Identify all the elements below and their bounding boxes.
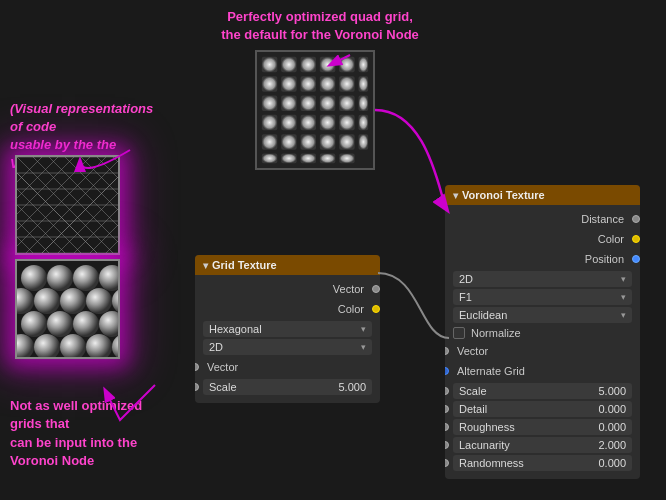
svg-point-86 bbox=[86, 334, 112, 359]
svg-rect-12 bbox=[359, 76, 369, 91]
dimension-label: 2D bbox=[209, 341, 223, 353]
svg-point-77 bbox=[86, 288, 112, 314]
roughness-field[interactable]: Roughness 0.000 bbox=[453, 419, 632, 435]
svg-point-85 bbox=[60, 334, 86, 359]
lacunarity-row: Lacunarity 2.000 bbox=[449, 437, 632, 453]
lacunarity-socket[interactable] bbox=[445, 441, 449, 449]
voronoi-collapse-arrow[interactable]: ▾ bbox=[453, 190, 458, 201]
svg-rect-22 bbox=[320, 115, 335, 130]
voronoi-dim-dropdown[interactable]: 2D ▾ bbox=[453, 271, 632, 287]
svg-rect-1 bbox=[262, 57, 277, 72]
svg-rect-10 bbox=[320, 76, 335, 91]
svg-point-84 bbox=[34, 334, 60, 359]
svg-point-81 bbox=[73, 311, 99, 337]
voronoi-dim-label: 2D bbox=[459, 273, 473, 285]
randomness-value: 0.000 bbox=[598, 457, 626, 469]
distance-output-socket[interactable] bbox=[632, 215, 640, 223]
voronoi-texture-body: Distance Color Position 2D ▾ F1 ▾ Euclid… bbox=[445, 205, 640, 479]
svg-rect-21 bbox=[301, 115, 316, 130]
lacunarity-value: 2.000 bbox=[598, 439, 626, 451]
distance-output-label: Distance bbox=[581, 213, 624, 225]
voronoi-vector-row: Vector bbox=[445, 341, 640, 361]
position-output-row: Position bbox=[445, 249, 640, 269]
svg-rect-5 bbox=[339, 57, 354, 72]
voronoi-scale-label: Scale bbox=[459, 385, 487, 397]
scale-field[interactable]: Scale 5.000 bbox=[203, 379, 372, 395]
scale-label: Scale bbox=[209, 381, 237, 393]
grid-texture-node: ▾ Grid Texture Vector Color Hexagonal ▾ … bbox=[195, 255, 380, 403]
svg-rect-33 bbox=[301, 154, 316, 164]
normalize-label: Normalize bbox=[471, 327, 521, 339]
svg-rect-14 bbox=[281, 96, 296, 111]
triangle-preview bbox=[15, 155, 120, 255]
detail-label: Detail bbox=[459, 403, 487, 415]
svg-rect-16 bbox=[320, 96, 335, 111]
detail-field[interactable]: Detail 0.000 bbox=[453, 401, 632, 417]
vector-output-row: Vector bbox=[195, 279, 380, 299]
dimension-dropdown[interactable]: 2D ▾ bbox=[203, 339, 372, 355]
voronoi-vector-socket[interactable] bbox=[445, 347, 449, 355]
voronoi-vector-label: Vector bbox=[457, 345, 488, 357]
left-panel bbox=[15, 155, 120, 363]
vector-output-socket[interactable] bbox=[372, 285, 380, 293]
quad-grid-preview bbox=[255, 50, 375, 170]
svg-rect-18 bbox=[359, 96, 369, 111]
feature-label: F1 bbox=[459, 291, 472, 303]
svg-point-75 bbox=[34, 288, 60, 314]
feature-arrow: ▾ bbox=[621, 292, 626, 302]
voronoi-dim-arrow: ▾ bbox=[621, 274, 626, 284]
scale-value: 5.000 bbox=[338, 381, 366, 393]
svg-rect-27 bbox=[301, 134, 316, 149]
normalize-checkbox[interactable] bbox=[453, 327, 465, 339]
feature-dropdown[interactable]: F1 ▾ bbox=[453, 289, 632, 305]
voronoi-scale-socket[interactable] bbox=[445, 387, 449, 395]
hex-preview bbox=[15, 259, 120, 359]
scale-socket[interactable] bbox=[195, 383, 199, 391]
voronoi-color-label: Color bbox=[598, 233, 624, 245]
voronoi-scale-value: 5.000 bbox=[598, 385, 626, 397]
position-socket[interactable] bbox=[632, 255, 640, 263]
distance-label: Euclidean bbox=[459, 309, 507, 321]
position-output-label: Position bbox=[585, 253, 624, 265]
roughness-socket[interactable] bbox=[445, 423, 449, 431]
lacunarity-field[interactable]: Lacunarity 2.000 bbox=[453, 437, 632, 453]
alternate-grid-socket[interactable] bbox=[445, 367, 449, 375]
randomness-label: Randomness bbox=[459, 457, 524, 469]
svg-rect-25 bbox=[262, 134, 277, 149]
svg-point-79 bbox=[21, 311, 47, 337]
randomness-socket[interactable] bbox=[445, 459, 449, 467]
scale-row: Scale 5.000 bbox=[199, 379, 372, 395]
detail-socket[interactable] bbox=[445, 405, 449, 413]
svg-rect-2 bbox=[281, 57, 296, 72]
svg-rect-3 bbox=[301, 57, 316, 72]
svg-rect-23 bbox=[339, 115, 354, 130]
svg-rect-28 bbox=[320, 134, 335, 149]
alternate-grid-label: Alternate Grid bbox=[457, 365, 525, 377]
pattern-dropdown[interactable]: Hexagonal ▾ bbox=[203, 321, 372, 337]
svg-point-72 bbox=[73, 265, 99, 291]
svg-rect-30 bbox=[359, 134, 369, 149]
randomness-field[interactable]: Randomness 0.000 bbox=[453, 455, 632, 471]
svg-rect-35 bbox=[339, 154, 354, 164]
svg-rect-24 bbox=[359, 115, 369, 130]
svg-rect-32 bbox=[281, 154, 296, 164]
top-annotation: Perfectly optimized quad grid,the defaul… bbox=[220, 8, 420, 44]
svg-rect-20 bbox=[281, 115, 296, 130]
svg-rect-11 bbox=[339, 76, 354, 91]
color-output-socket[interactable] bbox=[372, 305, 380, 313]
voronoi-color-socket[interactable] bbox=[632, 235, 640, 243]
distance-output-row: Distance bbox=[445, 209, 640, 229]
dimension-arrow: ▾ bbox=[361, 342, 366, 352]
color-output-label: Color bbox=[338, 303, 364, 315]
svg-rect-34 bbox=[320, 154, 335, 164]
collapse-arrow[interactable]: ▾ bbox=[203, 260, 208, 271]
svg-rect-6 bbox=[359, 57, 369, 72]
svg-rect-9 bbox=[301, 76, 316, 91]
vector-input-row: Vector bbox=[195, 357, 380, 377]
vector-output-label: Vector bbox=[333, 283, 364, 295]
voronoi-scale-field[interactable]: Scale 5.000 bbox=[453, 383, 632, 399]
vector-input-socket[interactable] bbox=[195, 363, 199, 371]
distance-dropdown[interactable]: Euclidean ▾ bbox=[453, 307, 632, 323]
svg-rect-4 bbox=[320, 57, 335, 72]
svg-rect-13 bbox=[262, 96, 277, 111]
